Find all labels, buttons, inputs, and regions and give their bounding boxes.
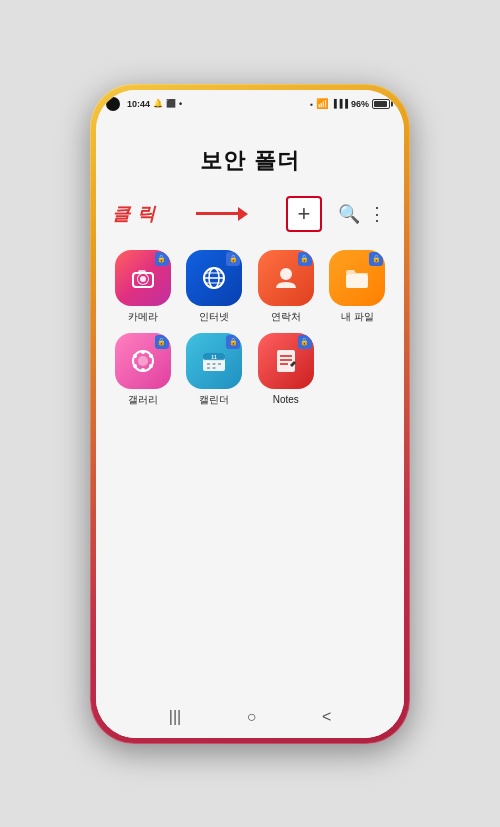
svg-rect-25: [218, 363, 221, 365]
app-internet[interactable]: 인터넷: [182, 250, 248, 323]
gallery-svg: [127, 345, 159, 377]
svg-point-17: [133, 364, 137, 368]
contacts-label: 연락처: [271, 311, 301, 323]
svg-point-12: [138, 356, 148, 366]
battery-pct: 96%: [351, 99, 369, 109]
app-myfiles[interactable]: 내 파일: [325, 250, 391, 323]
contacts-svg: [270, 262, 302, 294]
more-button[interactable]: ⋮: [368, 203, 386, 225]
empty-slot: [325, 333, 391, 406]
svg-point-13: [141, 350, 145, 354]
camera-hole: [106, 97, 120, 111]
svg-rect-2: [138, 270, 146, 274]
svg-rect-24: [213, 363, 216, 365]
myfiles-svg: [341, 262, 373, 294]
app-grid-row2: 갤러리 11: [96, 333, 404, 406]
secure-badge-internet: [226, 252, 240, 266]
page-title: 보안 폴더: [96, 146, 404, 176]
secure-badge-camera: [155, 252, 169, 266]
myfiles-label: 내 파일: [341, 311, 374, 323]
secure-badge-contacts: [298, 252, 312, 266]
myfiles-icon-wrap: [329, 250, 385, 306]
click-label: 클 릭: [112, 202, 156, 226]
gallery-label: 갤러리: [128, 394, 158, 406]
secure-badge-notes: [298, 335, 312, 349]
notes-svg: [270, 345, 302, 377]
svg-rect-28: [277, 350, 295, 372]
notes-label: Notes: [273, 394, 299, 406]
svg-rect-23: [207, 363, 210, 365]
svg-point-18: [133, 354, 137, 358]
calendar-label: 캘린더: [199, 394, 229, 406]
status-left: 10:44 🔔 ⬛ •: [106, 97, 182, 111]
app-notes[interactable]: Notes: [253, 333, 319, 406]
back-button[interactable]: <: [316, 703, 337, 731]
contacts-icon-wrap: [258, 250, 314, 306]
status-time: 10:44: [127, 99, 150, 109]
status-right: ▪ 📶 ▐▐▐ 96%: [310, 98, 390, 109]
secure-badge-gallery: [155, 335, 169, 349]
internet-icon-wrap: [186, 250, 242, 306]
empty-space: [96, 406, 404, 696]
secure-badge-calendar: [226, 335, 240, 349]
app-contacts[interactable]: 연락처: [253, 250, 319, 323]
home-button[interactable]: ○: [241, 703, 263, 731]
arrow-head: [238, 207, 248, 221]
app-camera[interactable]: 카메라: [110, 250, 176, 323]
wifi-icon: 📶: [316, 98, 328, 109]
battery-icon: [372, 99, 390, 109]
camera-icon-wrap: [115, 250, 171, 306]
svg-point-14: [149, 354, 153, 358]
notes-icon-wrap: [258, 333, 314, 389]
svg-point-16: [141, 368, 145, 372]
svg-rect-10: [346, 274, 368, 288]
arrow-indicator: [196, 207, 248, 221]
battery-indicator: ▪: [310, 99, 313, 109]
app-calendar[interactable]: 11 캘린더: [182, 333, 248, 406]
camera-svg: [127, 262, 159, 294]
toolbar-row: 클 릭 + 🔍 ⋮: [96, 196, 404, 232]
svg-point-9: [280, 268, 292, 280]
calendar-icon-wrap: 11: [186, 333, 242, 389]
svg-rect-27: [213, 367, 216, 369]
dot-icon: •: [179, 99, 182, 109]
signal-icon: ▐▐▐: [331, 99, 348, 108]
notification-icon: 🔔: [153, 99, 163, 108]
screen-record-icon: ⬛: [166, 99, 176, 108]
secure-badge-myfiles: [369, 252, 383, 266]
gallery-icon-wrap: [115, 333, 171, 389]
svg-text:11: 11: [211, 354, 217, 360]
app-grid-row1: 카메라 인터넷: [96, 250, 404, 323]
phone-frame: 10:44 🔔 ⬛ • ▪ 📶 ▐▐▐ 96% 보안 폴더: [90, 84, 410, 744]
search-button[interactable]: 🔍: [338, 203, 360, 225]
bottom-nav: ||| ○ <: [96, 696, 404, 738]
screen-content: 보안 폴더 클 릭 + 🔍 ⋮: [96, 118, 404, 738]
arrow-line: [196, 212, 238, 215]
calendar-svg: 11: [198, 345, 230, 377]
camera-label: 카메라: [128, 311, 158, 323]
svg-rect-26: [207, 367, 210, 369]
internet-label: 인터넷: [199, 311, 229, 323]
recent-apps-button[interactable]: |||: [163, 703, 187, 731]
phone-screen: 10:44 🔔 ⬛ • ▪ 📶 ▐▐▐ 96% 보안 폴더: [96, 90, 404, 738]
status-bar: 10:44 🔔 ⬛ • ▪ 📶 ▐▐▐ 96%: [96, 90, 404, 118]
internet-svg: [198, 262, 230, 294]
svg-point-15: [149, 364, 153, 368]
app-gallery[interactable]: 갤러리: [110, 333, 176, 406]
add-button[interactable]: +: [286, 196, 322, 232]
